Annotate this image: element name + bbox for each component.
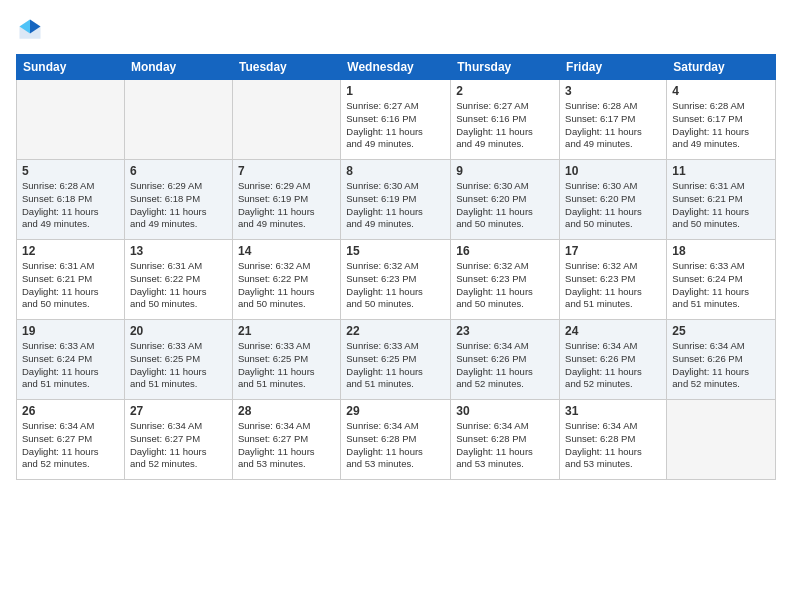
day-number: 23 bbox=[456, 324, 554, 338]
calendar-cell: 29Sunrise: 6:34 AM Sunset: 6:28 PM Dayli… bbox=[341, 400, 451, 480]
logo-icon bbox=[16, 16, 44, 44]
calendar-cell: 14Sunrise: 6:32 AM Sunset: 6:22 PM Dayli… bbox=[232, 240, 340, 320]
weekday-header-row: SundayMondayTuesdayWednesdayThursdayFrid… bbox=[17, 55, 776, 80]
day-info: Sunrise: 6:33 AM Sunset: 6:25 PM Dayligh… bbox=[238, 340, 335, 391]
day-info: Sunrise: 6:34 AM Sunset: 6:28 PM Dayligh… bbox=[346, 420, 445, 471]
day-info: Sunrise: 6:33 AM Sunset: 6:24 PM Dayligh… bbox=[22, 340, 119, 391]
calendar-cell bbox=[17, 80, 125, 160]
calendar-cell: 15Sunrise: 6:32 AM Sunset: 6:23 PM Dayli… bbox=[341, 240, 451, 320]
day-number: 12 bbox=[22, 244, 119, 258]
day-number: 20 bbox=[130, 324, 227, 338]
day-info: Sunrise: 6:30 AM Sunset: 6:20 PM Dayligh… bbox=[565, 180, 661, 231]
calendar-cell: 17Sunrise: 6:32 AM Sunset: 6:23 PM Dayli… bbox=[560, 240, 667, 320]
day-number: 27 bbox=[130, 404, 227, 418]
day-info: Sunrise: 6:31 AM Sunset: 6:22 PM Dayligh… bbox=[130, 260, 227, 311]
logo bbox=[16, 16, 48, 44]
day-number: 14 bbox=[238, 244, 335, 258]
day-info: Sunrise: 6:34 AM Sunset: 6:28 PM Dayligh… bbox=[565, 420, 661, 471]
calendar-cell: 22Sunrise: 6:33 AM Sunset: 6:25 PM Dayli… bbox=[341, 320, 451, 400]
calendar-cell: 13Sunrise: 6:31 AM Sunset: 6:22 PM Dayli… bbox=[124, 240, 232, 320]
day-info: Sunrise: 6:28 AM Sunset: 6:17 PM Dayligh… bbox=[565, 100, 661, 151]
day-number: 30 bbox=[456, 404, 554, 418]
day-info: Sunrise: 6:32 AM Sunset: 6:22 PM Dayligh… bbox=[238, 260, 335, 311]
calendar-week-row: 12Sunrise: 6:31 AM Sunset: 6:21 PM Dayli… bbox=[17, 240, 776, 320]
calendar-cell: 2Sunrise: 6:27 AM Sunset: 6:16 PM Daylig… bbox=[451, 80, 560, 160]
calendar-cell bbox=[232, 80, 340, 160]
day-number: 26 bbox=[22, 404, 119, 418]
day-number: 5 bbox=[22, 164, 119, 178]
day-info: Sunrise: 6:32 AM Sunset: 6:23 PM Dayligh… bbox=[565, 260, 661, 311]
day-info: Sunrise: 6:30 AM Sunset: 6:19 PM Dayligh… bbox=[346, 180, 445, 231]
day-info: Sunrise: 6:34 AM Sunset: 6:28 PM Dayligh… bbox=[456, 420, 554, 471]
calendar-cell: 10Sunrise: 6:30 AM Sunset: 6:20 PM Dayli… bbox=[560, 160, 667, 240]
calendar-cell: 30Sunrise: 6:34 AM Sunset: 6:28 PM Dayli… bbox=[451, 400, 560, 480]
calendar-cell: 24Sunrise: 6:34 AM Sunset: 6:26 PM Dayli… bbox=[560, 320, 667, 400]
calendar-week-row: 1Sunrise: 6:27 AM Sunset: 6:16 PM Daylig… bbox=[17, 80, 776, 160]
day-number: 7 bbox=[238, 164, 335, 178]
day-number: 24 bbox=[565, 324, 661, 338]
day-info: Sunrise: 6:34 AM Sunset: 6:27 PM Dayligh… bbox=[22, 420, 119, 471]
calendar-cell: 31Sunrise: 6:34 AM Sunset: 6:28 PM Dayli… bbox=[560, 400, 667, 480]
weekday-header-thursday: Thursday bbox=[451, 55, 560, 80]
day-number: 21 bbox=[238, 324, 335, 338]
calendar-cell: 20Sunrise: 6:33 AM Sunset: 6:25 PM Dayli… bbox=[124, 320, 232, 400]
calendar-cell: 1Sunrise: 6:27 AM Sunset: 6:16 PM Daylig… bbox=[341, 80, 451, 160]
calendar-cell: 4Sunrise: 6:28 AM Sunset: 6:17 PM Daylig… bbox=[667, 80, 776, 160]
day-number: 10 bbox=[565, 164, 661, 178]
day-info: Sunrise: 6:33 AM Sunset: 6:24 PM Dayligh… bbox=[672, 260, 770, 311]
calendar-cell: 5Sunrise: 6:28 AM Sunset: 6:18 PM Daylig… bbox=[17, 160, 125, 240]
calendar-cell: 19Sunrise: 6:33 AM Sunset: 6:24 PM Dayli… bbox=[17, 320, 125, 400]
day-number: 8 bbox=[346, 164, 445, 178]
calendar-week-row: 26Sunrise: 6:34 AM Sunset: 6:27 PM Dayli… bbox=[17, 400, 776, 480]
calendar-cell: 3Sunrise: 6:28 AM Sunset: 6:17 PM Daylig… bbox=[560, 80, 667, 160]
day-number: 6 bbox=[130, 164, 227, 178]
day-info: Sunrise: 6:27 AM Sunset: 6:16 PM Dayligh… bbox=[456, 100, 554, 151]
calendar-cell: 18Sunrise: 6:33 AM Sunset: 6:24 PM Dayli… bbox=[667, 240, 776, 320]
weekday-header-monday: Monday bbox=[124, 55, 232, 80]
day-number: 15 bbox=[346, 244, 445, 258]
weekday-header-tuesday: Tuesday bbox=[232, 55, 340, 80]
calendar-cell: 26Sunrise: 6:34 AM Sunset: 6:27 PM Dayli… bbox=[17, 400, 125, 480]
day-number: 16 bbox=[456, 244, 554, 258]
day-number: 2 bbox=[456, 84, 554, 98]
day-info: Sunrise: 6:30 AM Sunset: 6:20 PM Dayligh… bbox=[456, 180, 554, 231]
day-number: 18 bbox=[672, 244, 770, 258]
day-info: Sunrise: 6:28 AM Sunset: 6:17 PM Dayligh… bbox=[672, 100, 770, 151]
calendar-cell: 6Sunrise: 6:29 AM Sunset: 6:18 PM Daylig… bbox=[124, 160, 232, 240]
calendar-cell: 7Sunrise: 6:29 AM Sunset: 6:19 PM Daylig… bbox=[232, 160, 340, 240]
header bbox=[16, 16, 776, 44]
day-number: 25 bbox=[672, 324, 770, 338]
day-number: 9 bbox=[456, 164, 554, 178]
day-number: 1 bbox=[346, 84, 445, 98]
calendar-week-row: 5Sunrise: 6:28 AM Sunset: 6:18 PM Daylig… bbox=[17, 160, 776, 240]
calendar-cell bbox=[124, 80, 232, 160]
calendar-cell: 23Sunrise: 6:34 AM Sunset: 6:26 PM Dayli… bbox=[451, 320, 560, 400]
calendar-cell: 8Sunrise: 6:30 AM Sunset: 6:19 PM Daylig… bbox=[341, 160, 451, 240]
day-info: Sunrise: 6:31 AM Sunset: 6:21 PM Dayligh… bbox=[672, 180, 770, 231]
day-info: Sunrise: 6:28 AM Sunset: 6:18 PM Dayligh… bbox=[22, 180, 119, 231]
calendar-cell: 27Sunrise: 6:34 AM Sunset: 6:27 PM Dayli… bbox=[124, 400, 232, 480]
day-info: Sunrise: 6:34 AM Sunset: 6:26 PM Dayligh… bbox=[565, 340, 661, 391]
weekday-header-wednesday: Wednesday bbox=[341, 55, 451, 80]
day-number: 31 bbox=[565, 404, 661, 418]
calendar-cell: 25Sunrise: 6:34 AM Sunset: 6:26 PM Dayli… bbox=[667, 320, 776, 400]
day-info: Sunrise: 6:32 AM Sunset: 6:23 PM Dayligh… bbox=[346, 260, 445, 311]
calendar-week-row: 19Sunrise: 6:33 AM Sunset: 6:24 PM Dayli… bbox=[17, 320, 776, 400]
day-number: 29 bbox=[346, 404, 445, 418]
calendar-table: SundayMondayTuesdayWednesdayThursdayFrid… bbox=[16, 54, 776, 480]
day-number: 28 bbox=[238, 404, 335, 418]
day-info: Sunrise: 6:34 AM Sunset: 6:26 PM Dayligh… bbox=[672, 340, 770, 391]
weekday-header-friday: Friday bbox=[560, 55, 667, 80]
weekday-header-sunday: Sunday bbox=[17, 55, 125, 80]
calendar-cell: 11Sunrise: 6:31 AM Sunset: 6:21 PM Dayli… bbox=[667, 160, 776, 240]
day-number: 13 bbox=[130, 244, 227, 258]
calendar-cell: 28Sunrise: 6:34 AM Sunset: 6:27 PM Dayli… bbox=[232, 400, 340, 480]
calendar-cell bbox=[667, 400, 776, 480]
day-info: Sunrise: 6:32 AM Sunset: 6:23 PM Dayligh… bbox=[456, 260, 554, 311]
calendar-cell: 9Sunrise: 6:30 AM Sunset: 6:20 PM Daylig… bbox=[451, 160, 560, 240]
calendar-cell: 21Sunrise: 6:33 AM Sunset: 6:25 PM Dayli… bbox=[232, 320, 340, 400]
day-info: Sunrise: 6:29 AM Sunset: 6:19 PM Dayligh… bbox=[238, 180, 335, 231]
day-info: Sunrise: 6:34 AM Sunset: 6:26 PM Dayligh… bbox=[456, 340, 554, 391]
day-info: Sunrise: 6:29 AM Sunset: 6:18 PM Dayligh… bbox=[130, 180, 227, 231]
calendar-cell: 16Sunrise: 6:32 AM Sunset: 6:23 PM Dayli… bbox=[451, 240, 560, 320]
